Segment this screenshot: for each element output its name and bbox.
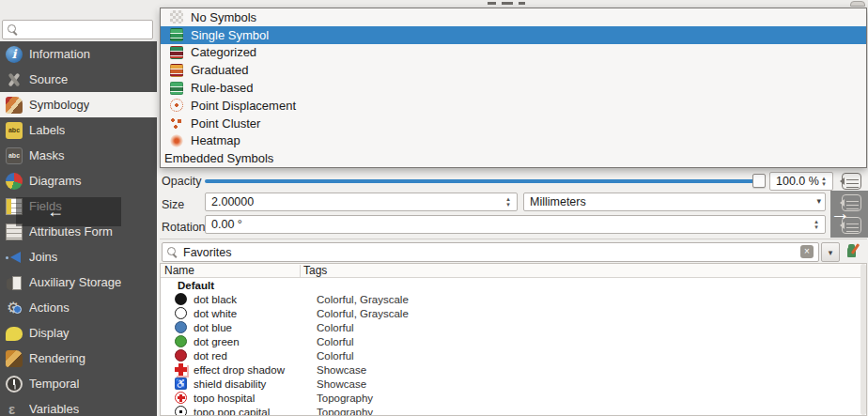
symbol-tags: Topography xyxy=(317,393,373,404)
sidebar-item-joins[interactable]: Joins xyxy=(0,244,157,270)
dot-blue-icon xyxy=(175,321,187,333)
size-spinbox[interactable]: 2.00000 ▴▾ xyxy=(205,193,518,211)
renderer-option-point-displacement[interactable]: Point Displacement xyxy=(161,97,866,115)
data-defined-override-button[interactable] xyxy=(842,173,861,190)
chevron-down-icon: ▾ xyxy=(816,196,821,206)
size-label: Size xyxy=(162,198,184,211)
layer-properties-dialog: Information Source Symbology Labels Mask… xyxy=(0,0,868,416)
renderer-option-graduated[interactable]: Graduated xyxy=(161,61,866,79)
column-header-tags[interactable]: Tags xyxy=(303,264,327,277)
symbol-name: topo pop capital xyxy=(194,407,317,416)
sidebar-item-diagrams[interactable]: Diagrams xyxy=(0,168,157,193)
dot-green-icon xyxy=(175,335,187,347)
sidebar-item-rendering[interactable]: Rendering xyxy=(0,346,157,371)
dot-black-icon xyxy=(175,293,187,305)
spin-arrows-icon[interactable]: ▴▾ xyxy=(811,216,822,233)
sidebar-item-information[interactable]: Information xyxy=(0,41,157,67)
symbol-name: dot red xyxy=(194,350,317,362)
sidebar-item-label: Temporal xyxy=(29,377,79,391)
symbol-name: dot blue xyxy=(194,322,317,333)
opacity-label: Opacity xyxy=(162,175,201,188)
sidebar-item-source[interactable]: Source xyxy=(0,67,157,92)
sidebar-item-labels[interactable]: Labels xyxy=(0,117,157,143)
gesture-overlay-left xyxy=(16,197,121,226)
symbol-name: shield disability xyxy=(194,378,317,390)
size-unit-combobox[interactable]: Millimeters ▾ xyxy=(523,193,826,211)
categorized-icon xyxy=(170,46,183,59)
sidebar-item-label: Information xyxy=(29,47,90,61)
sidebar-item-symbology[interactable]: Symbology xyxy=(0,92,157,117)
style-manager-button[interactable] xyxy=(845,241,865,262)
saved-searches-dropdown-button[interactable]: ▾ xyxy=(821,242,840,262)
sidebar-item-label: Diagrams xyxy=(29,174,82,188)
no-symbols-icon xyxy=(170,10,183,23)
scrollbar[interactable] xyxy=(860,264,866,415)
opacity-slider[interactable] xyxy=(205,179,754,183)
renderer-option-single-symbol[interactable]: Single Symbol xyxy=(161,26,866,44)
clipped-title-fragment xyxy=(519,2,525,5)
renderer-type-dropdown: No Symbols Single Symbol Categorized Gra… xyxy=(160,8,867,168)
size-unit-value: Millimeters xyxy=(530,195,586,208)
opacity-spinbox[interactable]: 100.0 % ▴▾ xyxy=(769,172,833,191)
symbol-tags: Colorful xyxy=(317,322,354,333)
labels-icon xyxy=(6,122,23,139)
information-icon xyxy=(6,46,23,63)
column-header-name[interactable]: Name xyxy=(164,264,194,277)
spin-arrows-icon[interactable]: ▴▾ xyxy=(503,193,514,210)
clipped-title-fragment xyxy=(488,2,496,5)
sidebar-item-label: Variables xyxy=(29,402,79,416)
auxiliary-storage-icon xyxy=(6,274,23,291)
renderer-option-categorized[interactable]: Categorized xyxy=(161,44,866,62)
symbol-row-effect-drop-shadow[interactable]: effect drop shadow Showcase xyxy=(161,362,866,377)
symbol-row-shield-disability[interactable]: shield disability Showcase xyxy=(161,377,866,391)
symbol-tags: Colorful xyxy=(317,350,354,362)
symbol-row-dot-blue[interactable]: dot blue Colorful xyxy=(161,320,866,334)
spin-arrows-icon[interactable]: ▴▾ xyxy=(818,173,829,190)
renderer-option-rule-based[interactable]: Rule-based xyxy=(161,79,866,97)
symbol-list: Name Tags Default dot black Colorful, Gr… xyxy=(160,263,867,416)
symbol-row-dot-black[interactable]: dot black Colorful, Grayscale xyxy=(161,292,866,306)
point-displacement-icon xyxy=(170,99,183,112)
symbol-row-dot-white[interactable]: dot white Colorful, Grayscale xyxy=(161,306,866,320)
sidebar-item-display[interactable]: Display xyxy=(0,320,157,346)
symbol-row-dot-red[interactable]: dot red Colorful xyxy=(161,348,866,362)
symbology-icon xyxy=(6,97,23,114)
symbol-group-header[interactable]: Default xyxy=(161,278,866,292)
sidebar-item-label: Masks xyxy=(29,148,65,162)
symbol-search-input[interactable] xyxy=(162,242,819,262)
symbol-row-dot-green[interactable]: dot green Colorful xyxy=(161,334,866,348)
display-icon xyxy=(6,327,23,341)
renderer-option-label: Single Symbol xyxy=(191,28,269,42)
renderer-option-point-cluster[interactable]: Point Cluster xyxy=(161,115,866,132)
symbol-name: dot white xyxy=(194,308,317,319)
renderer-option-no-symbols[interactable]: No Symbols xyxy=(161,8,866,26)
sidebar-item-label: Display xyxy=(29,326,70,340)
clipped-window-control xyxy=(850,1,865,7)
sidebar-item-variables[interactable]: Variables xyxy=(0,396,157,416)
dot-red-icon xyxy=(175,349,187,362)
renderer-option-label: Point Displacement xyxy=(191,99,296,113)
sidebar-item-masks[interactable]: Masks xyxy=(0,143,157,168)
symbol-row-topo-pop-capital[interactable]: topo pop capital Topography xyxy=(161,405,866,416)
clear-search-icon[interactable]: × xyxy=(800,245,814,258)
sidebar-item-auxiliary-storage[interactable]: Auxiliary Storage xyxy=(0,270,157,295)
sidebar-search-input[interactable] xyxy=(2,20,153,39)
renderer-option-heatmap[interactable]: Heatmap xyxy=(161,132,866,150)
shield-disability-icon xyxy=(175,377,187,390)
divider xyxy=(160,239,867,239)
temporal-icon xyxy=(6,376,23,393)
variables-icon xyxy=(6,401,23,416)
rotation-spinbox[interactable]: 0.00 ° ▴▾ xyxy=(205,215,826,234)
right-arrow-icon: → xyxy=(830,202,850,224)
sidebar-item-label: Auxiliary Storage xyxy=(29,275,121,289)
renderer-option-embedded-symbols[interactable]: Embedded Symbols xyxy=(161,149,866,167)
sidebar-item-actions[interactable]: Actions xyxy=(0,295,157,320)
opacity-slider-handle[interactable] xyxy=(752,174,766,188)
symbol-name: dot black xyxy=(194,294,317,305)
sidebar-item-temporal[interactable]: Temporal xyxy=(0,371,157,396)
symbol-row-topo-hospital[interactable]: topo hospital Topography xyxy=(161,391,866,405)
symbol-tags: Showcase xyxy=(317,378,366,390)
diagrams-icon xyxy=(6,173,23,190)
dot-white-icon xyxy=(175,307,187,319)
sidebar-item-label: Actions xyxy=(29,300,70,315)
